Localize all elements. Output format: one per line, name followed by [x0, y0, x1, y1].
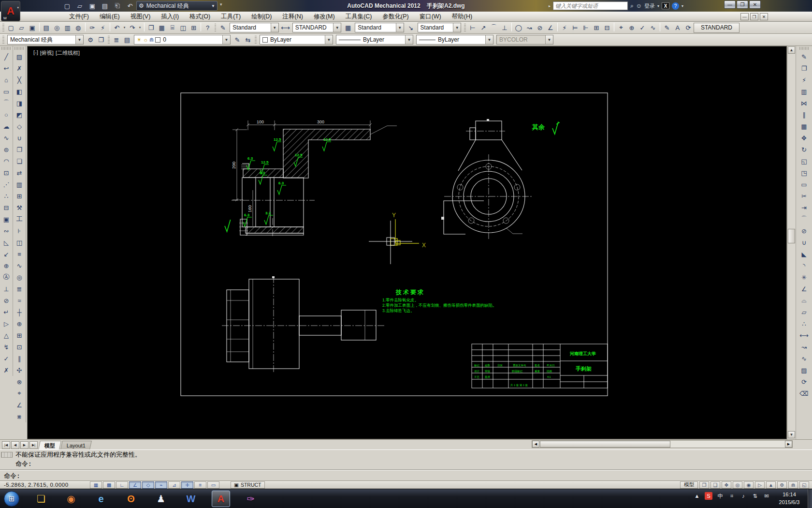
workspace-settings-icon[interactable]: ⚙	[85, 35, 96, 45]
rotate-tool[interactable]: ↻	[798, 144, 810, 155]
dim-space-button[interactable]: ⊞	[591, 23, 602, 33]
join-tool[interactable]: ∪	[798, 237, 810, 248]
scale-tool[interactable]: ◱	[798, 155, 810, 167]
qat-saveas-icon[interactable]: ▤	[100, 1, 110, 11]
dim-jog-line-button[interactable]: ∿	[648, 23, 658, 33]
viewport-dialog-button[interactable]: ❐	[146, 23, 157, 33]
dim-linear-button[interactable]: ⊢	[467, 23, 478, 33]
struct-filter-button[interactable]: ▣ STRUCT	[231, 481, 265, 489]
construction-menu-tool[interactable]: ╳	[14, 74, 26, 86]
workspace-switch-button[interactable]: ⚙	[777, 481, 787, 489]
scroll-left-button[interactable]: ◀	[532, 441, 539, 448]
dim-angular-button[interactable]: ∠	[545, 23, 556, 33]
command-window-grip[interactable]	[1, 452, 13, 458]
tab-next-button[interactable]: ▶	[20, 441, 29, 449]
redo-dropdown[interactable]: ▾	[138, 23, 143, 33]
menu-help[interactable]: 帮助(H)	[447, 12, 478, 22]
dim-edit-button[interactable]: ✎	[662, 23, 672, 33]
taper-symbol-tool[interactable]: ▷	[0, 318, 13, 329]
dim-inspect-button[interactable]: ✓	[637, 23, 648, 33]
start-button[interactable]: ⊞	[4, 491, 19, 507]
firefox-icon[interactable]: ʘ	[122, 491, 140, 507]
centerline-tool[interactable]: ┼	[14, 306, 26, 318]
menu-toolsets[interactable]: 工具集(C)	[340, 12, 377, 22]
workspace-save-icon[interactable]: ❐	[96, 35, 106, 45]
break-at-point-tool[interactable]: ⌒	[798, 213, 810, 225]
balloon-tool[interactable]: ⊕	[0, 260, 13, 271]
tab-first-button[interactable]: |◀	[2, 441, 10, 449]
paint-icon[interactable]: ✑	[242, 491, 260, 507]
layer-freeze-icon[interactable]: ☼	[143, 37, 148, 43]
hide-situation-tool[interactable]: ▥	[798, 86, 810, 97]
quick-view-drawings-button[interactable]: ❑	[710, 481, 720, 489]
layer-on-icon[interactable]: ☀	[137, 37, 142, 43]
steering-wheel-button[interactable]: ◉	[744, 481, 754, 489]
rectangle-zone-tool[interactable]: ◧	[14, 86, 26, 97]
profile-tool[interactable]: ⌓	[798, 295, 810, 306]
quick-dimension-button[interactable]: ⚡	[559, 23, 570, 33]
model-space-button[interactable]: 模型	[680, 481, 698, 489]
ellipse-arc-tool[interactable]: ◠	[0, 155, 13, 167]
toolbar-grip[interactable]	[255, 36, 257, 44]
explorer-icon[interactable]: ❏	[32, 491, 50, 507]
layer-lock-icon[interactable]: ⋒	[149, 37, 154, 43]
lengthen-tool[interactable]: ⟷	[798, 329, 810, 341]
trim-tool[interactable]: ✂	[798, 190, 810, 202]
vertical-scroll-thumb[interactable]	[788, 229, 795, 243]
chamfer-note-tool[interactable]: ◺	[0, 237, 13, 248]
autocad-icon[interactable]: A	[212, 491, 230, 507]
qat-save-icon[interactable]: ▣	[87, 1, 98, 11]
taskbar-clock[interactable]: 16:14 2015/6/3	[773, 491, 805, 506]
linetype-combo[interactable]: ———— ByLayer ▼	[336, 35, 413, 45]
color-combo[interactable]: ByLayer ▼	[260, 35, 333, 45]
media-player-icon[interactable]: ◉	[62, 491, 80, 507]
coordinate-readout[interactable]: -5.2863, 2.7615, 0.0000	[0, 482, 89, 488]
otrack-toggle[interactable]: ⌁	[155, 481, 167, 489]
annotation-update-tool[interactable]: ⟳	[798, 376, 810, 388]
shaft-generator-tool[interactable]: ≣	[14, 283, 26, 295]
pan-button[interactable]: ✥	[722, 481, 731, 489]
washer-tool[interactable]: ◫	[14, 237, 26, 248]
center-mark-button[interactable]: ⊕	[626, 23, 637, 33]
spline-tool[interactable]: ∿	[0, 132, 13, 144]
dim-diameter-button[interactable]: ⊘	[535, 23, 545, 33]
text-style-icon[interactable]: ✎	[218, 23, 228, 33]
screw-tool[interactable]: ⊦	[14, 225, 26, 237]
dim-update-button[interactable]: ⟳	[683, 23, 694, 33]
stretch-tool[interactable]: ◳	[798, 167, 810, 179]
move-tool[interactable]: ✥	[798, 132, 810, 144]
ime-indicator[interactable]: 中	[716, 492, 724, 500]
exchange-icon[interactable]: X	[662, 2, 669, 9]
vertical-scrollbar[interactable]: ▲ ▼	[787, 46, 796, 439]
menu-view[interactable]: 视图(V)	[125, 12, 156, 22]
menu-window[interactable]: 窗口(W)	[414, 12, 447, 22]
layer-color-swatch[interactable]	[155, 37, 160, 43]
dim-aligned-button[interactable]: ↗	[478, 23, 489, 33]
menu-modify[interactable]: 修改(M)	[308, 12, 340, 22]
chevron-down-icon[interactable]: ▾	[682, 4, 683, 8]
chevron-down-icon[interactable]: ▾	[657, 4, 659, 8]
toolbar-grip[interactable]	[2, 36, 4, 44]
quick-calc-button[interactable]: ⊞	[188, 23, 199, 33]
menu-insert[interactable]: 插入(I)	[156, 12, 184, 22]
dim-continue-button[interactable]: ⊩	[580, 23, 591, 33]
radius-note-tool[interactable]: ⊘	[0, 295, 13, 306]
weld-symbol-tool[interactable]: ↯	[0, 341, 13, 353]
keyboard-icon[interactable]: ⌗	[728, 492, 736, 500]
word-icon[interactable]: W	[182, 491, 200, 507]
polygon-tool[interactable]: ⌂	[0, 74, 13, 86]
lineweight-combo[interactable]: ——— ByLayer ▼	[416, 35, 493, 45]
search-icon[interactable]: ⌕	[630, 2, 634, 9]
edit-dimension-tool[interactable]: ↵	[0, 306, 13, 318]
dim-style-icon[interactable]: ⟷	[280, 23, 291, 33]
power-copy-tool[interactable]: ❐	[798, 62, 810, 74]
parallel-construction-tool[interactable]: ∥	[14, 353, 26, 364]
table-style-combo[interactable]: Standard ▼	[355, 23, 404, 32]
qq-icon[interactable]: ♟	[152, 491, 170, 507]
network-icon[interactable]: ⇅	[751, 492, 759, 500]
rectangle-tool[interactable]: ▭	[0, 86, 13, 97]
osnap-toggle[interactable]: ◇	[142, 481, 154, 489]
chamfer-tool[interactable]: ◣	[798, 248, 810, 260]
line-tool[interactable]: ╱	[0, 51, 13, 62]
power-edit-tool[interactable]: ✎	[798, 51, 810, 62]
